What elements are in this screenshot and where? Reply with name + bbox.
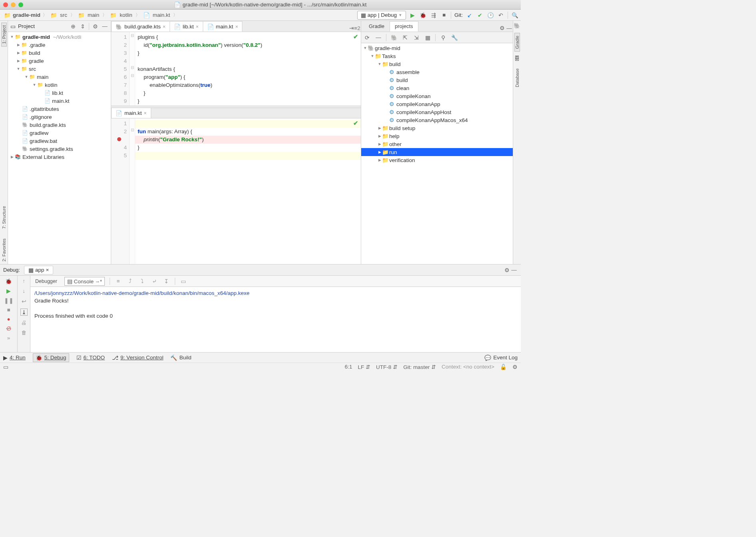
zoom-window-button[interactable] (18, 2, 23, 7)
gradle-tree-item[interactable]: ▼🐘gradle-mid (361, 44, 513, 52)
project-panel-title[interactable]: Project (18, 23, 35, 29)
right-tab-database[interactable]: Database (514, 66, 520, 90)
editor-tab[interactable]: 📄lib.kt× (170, 21, 203, 32)
status-icon[interactable]: ▭ (3, 364, 8, 370)
gradle-tree-item[interactable]: ⚙compileKonanAppMacos_x64 (361, 116, 513, 124)
tree-file[interactable]: gradlew (30, 130, 48, 136)
gradle-tree-item[interactable]: ▼📁Tasks (361, 52, 513, 60)
hide-panel-button[interactable]: — (510, 266, 518, 274)
breadcrumb-item[interactable]: main (87, 12, 100, 18)
split-count-icon[interactable]: ⇥≡2 (351, 24, 358, 32)
breadcrumb-item[interactable]: gradle-mid (13, 12, 40, 18)
console-output[interactable]: /Users/jonnyzzz/Work/kotlin-native-demo/… (30, 287, 521, 352)
minimize-window-button[interactable] (11, 2, 16, 7)
gradle-tree-item[interactable]: ▶📁build setup (361, 124, 513, 132)
refresh-icon[interactable]: ⟳ (364, 34, 371, 41)
editor-bottom[interactable]: ✔ 1245 ⊟ fun main(args: Array) { println… (111, 118, 361, 264)
tree-file[interactable]: build.gradle.kts (30, 122, 66, 128)
bottom-tab-event-log[interactable]: 💬 Event Log (484, 355, 518, 361)
close-window-button[interactable] (3, 2, 8, 7)
vcs-update-button[interactable]: ↙ (466, 12, 473, 19)
editor-tab[interactable]: 📄main.kt× (111, 108, 151, 118)
collapse-all-button[interactable]: ⇕ (79, 23, 86, 30)
status-line-ending[interactable]: LF ⇵ (358, 364, 371, 370)
run-configuration-selector[interactable]: ▦ app | Debug ▾ (357, 11, 406, 20)
run-to-cursor-icon[interactable]: ↧ (163, 278, 170, 285)
status-git-branch[interactable]: Git: master ⇵ (403, 364, 436, 370)
breadcrumb-item[interactable]: kotlin (119, 12, 133, 18)
hide-panel-button[interactable]: — (506, 24, 513, 32)
tree-item[interactable]: main (37, 74, 48, 80)
vcs-commit-button[interactable]: ✔ (476, 12, 484, 19)
settings-icon[interactable]: ⚙ (92, 23, 99, 30)
tree-item[interactable]: .gradle (29, 42, 45, 48)
stop-button[interactable]: ■ (440, 12, 448, 19)
collapse-icon[interactable]: ⇲ (413, 34, 420, 41)
close-tab-icon[interactable]: × (196, 24, 199, 30)
right-tab-gradle[interactable]: Gradle (514, 33, 520, 52)
status-encoding[interactable]: UTF-8 ⇵ (376, 364, 398, 370)
close-tab-icon[interactable]: × (46, 267, 49, 273)
tree-item[interactable]: gradle (29, 58, 44, 64)
gradle-elephant-icon[interactable]: 🐘 (514, 22, 520, 29)
more-icon[interactable]: » (7, 335, 10, 341)
gradle-tree-item[interactable]: ⚙compileKonanApp (361, 100, 513, 108)
left-tab-project[interactable]: 1: Project (1, 22, 7, 46)
expand-icon[interactable]: ⇱ (402, 34, 409, 41)
gradle-tab[interactable]: projects (390, 21, 418, 32)
coverage-button[interactable]: ⇶ (430, 12, 437, 19)
close-tab-icon[interactable]: × (163, 24, 166, 30)
bottom-tab-debug[interactable]: 🐞 5: Debug (33, 353, 69, 362)
tab-console[interactable]: Console (74, 279, 94, 285)
project-tree[interactable]: ▼📁gradle-mid ~/Work/kotli ▶📁.gradle ▶📁bu… (8, 32, 111, 264)
debug-bug-icon[interactable]: 🐞 (5, 278, 12, 285)
settings-icon[interactable]: ⚙ (503, 266, 510, 274)
gradle-tree-item[interactable]: ▶📁run (361, 148, 513, 156)
vcs-revert-button[interactable]: ↶ (497, 12, 504, 19)
gradle-tree-item[interactable]: ⚙assemble (361, 68, 513, 76)
tree-item[interactable]: src (29, 66, 36, 72)
status-settings-icon[interactable]: ⚙ (512, 364, 518, 370)
detach-icon[interactable]: — (375, 34, 382, 41)
close-tab-icon[interactable]: × (144, 110, 147, 116)
debug-session-tab[interactable]: ▦ app × (24, 266, 53, 275)
tree-item[interactable]: kotlin (45, 82, 58, 88)
bottom-tab-run[interactable]: ▶ 4: Run (3, 355, 26, 361)
gradle-tree-item[interactable]: ▼📁build (361, 60, 513, 68)
vcs-history-button[interactable]: 🕑 (487, 12, 494, 19)
tree-item[interactable]: build (29, 50, 40, 56)
run-button[interactable]: ▶ (409, 12, 416, 19)
search-everywhere-button[interactable]: 🔍 (511, 12, 518, 19)
breadcrumb[interactable]: 📁gradle-mid〉 📁src〉 📁main〉 📁kotlin〉 📄main… (2, 12, 357, 18)
pause-icon[interactable]: ❚❚ (4, 297, 14, 304)
breakpoint-icon[interactable] (117, 137, 121, 141)
gradle-tree-item[interactable]: ▶📁help (361, 132, 513, 140)
trash-icon[interactable]: 🗑 (21, 330, 27, 336)
bottom-tab-vcs[interactable]: ⎇ 9: Version Control (112, 355, 163, 361)
tree-file[interactable]: main.kt (52, 98, 70, 104)
editor-tab[interactable]: 📄main.kt× (203, 21, 243, 32)
evaluate-icon[interactable]: ▭ (180, 278, 187, 285)
status-caret-pos[interactable]: 6:1 (345, 364, 352, 370)
offline-icon[interactable]: ⚲ (440, 34, 447, 41)
gradle-tree-item[interactable]: ⚙clean (361, 84, 513, 92)
close-tab-icon[interactable]: × (235, 24, 238, 30)
step-into-icon[interactable]: ⤴ (127, 278, 134, 285)
gradle-settings-icon[interactable]: ⚙ (498, 24, 506, 32)
wrap-icon[interactable]: ↩ (22, 298, 26, 305)
bottom-tab-build[interactable]: 🔨 Build (170, 355, 191, 361)
editor-tab[interactable]: 🐘build.gradle.kts× (111, 21, 170, 32)
step-over-icon[interactable]: ≡ (115, 278, 122, 285)
gradle-tree-item[interactable]: ⚙build (361, 76, 513, 84)
force-step-into-icon[interactable]: ⤵ (139, 278, 146, 285)
tree-file[interactable]: lib.kt (52, 90, 63, 96)
database-icon[interactable]: 🗄 (514, 56, 520, 62)
editor-top[interactable]: ✔ 12345678910 ⊟⊟⊟ plugins { id("org.jetb… (111, 32, 361, 106)
mute-breakpoints-icon[interactable]: ∅ (6, 325, 11, 332)
tree-file[interactable]: settings.gradle.kts (30, 146, 73, 152)
breakpoints-icon[interactable]: ● (7, 316, 10, 322)
gradle-tree-item[interactable]: ▶📁other (361, 140, 513, 148)
left-tab-structure[interactable]: 7: Structure (1, 203, 7, 232)
scroll-from-source-button[interactable]: ⊕ (70, 23, 77, 30)
tree-external-libs[interactable]: External Libraries (22, 154, 64, 160)
